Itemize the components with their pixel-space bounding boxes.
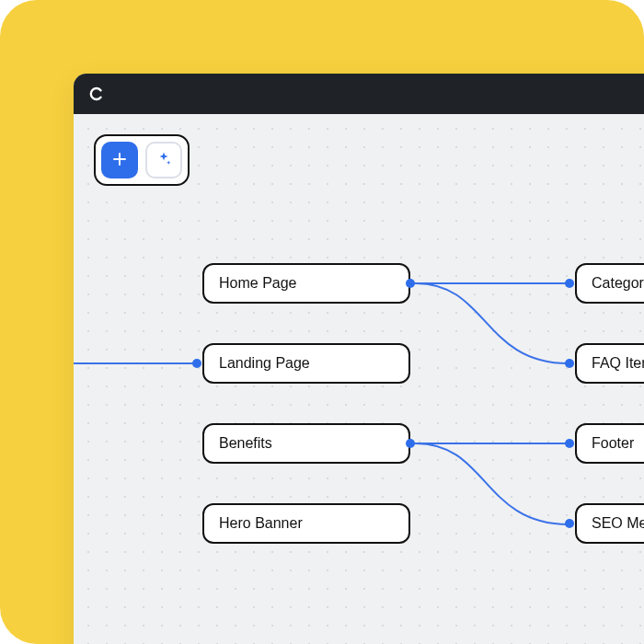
port-out[interactable] <box>406 439 415 448</box>
node-hero-banner[interactable]: Hero Banner <box>202 503 410 544</box>
add-node-button[interactable] <box>101 142 138 178</box>
window-titlebar <box>74 74 644 114</box>
page-background: Home Page Landing Page Benefits Hero Ban… <box>0 0 644 644</box>
node-home-page[interactable]: Home Page <box>202 263 410 304</box>
node-label: Hero Banner <box>219 515 303 532</box>
node-label: SEO Meta <box>592 515 644 532</box>
node-category[interactable]: Category P <box>575 263 644 304</box>
node-label: Benefits <box>219 435 272 452</box>
node-label: Category P <box>592 275 644 292</box>
node-footer[interactable]: Footer <box>575 423 644 464</box>
port-in[interactable] <box>565 519 574 528</box>
node-label: FAQ Item <box>592 355 644 372</box>
port-in[interactable] <box>565 439 574 448</box>
port-out[interactable] <box>406 279 415 288</box>
diagram-canvas[interactable]: Home Page Landing Page Benefits Hero Ban… <box>74 114 644 644</box>
node-label: Home Page <box>219 275 297 292</box>
node-label: Landing Page <box>219 355 310 372</box>
sparkle-icon <box>155 151 172 170</box>
node-seo-meta[interactable]: SEO Meta <box>575 503 644 544</box>
plus-icon <box>111 151 128 170</box>
app-window: Home Page Landing Page Benefits Hero Ban… <box>74 74 644 644</box>
app-logo-icon <box>88 86 105 102</box>
node-landing-page[interactable]: Landing Page <box>202 343 410 384</box>
port-in[interactable] <box>565 279 574 288</box>
canvas-toolbar <box>94 134 190 186</box>
node-benefits[interactable]: Benefits <box>202 423 410 464</box>
port-in[interactable] <box>565 359 574 368</box>
node-faq-item[interactable]: FAQ Item <box>575 343 644 384</box>
node-label: Footer <box>592 435 634 452</box>
ai-suggest-button[interactable] <box>145 142 182 178</box>
port-in[interactable] <box>192 359 201 368</box>
